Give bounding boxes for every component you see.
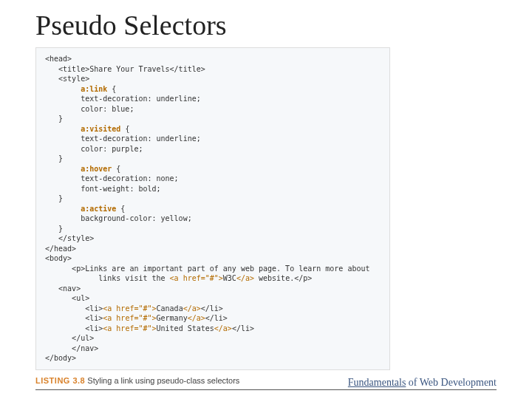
code-line: </nav> xyxy=(45,344,98,352)
code-frag: <li> xyxy=(45,324,103,332)
code-frag: { xyxy=(107,85,116,93)
code-line: </style> xyxy=(45,234,94,242)
code-frag: United States xyxy=(157,324,214,332)
code-frag: </li> xyxy=(232,324,254,332)
slide: Pseudo Selectors <head> <title>Share You… xyxy=(0,0,532,399)
code-line: font-weight: bold; xyxy=(45,185,161,193)
code-anchor: <a href="#"> xyxy=(170,274,223,282)
code-line: </head> xyxy=(45,245,76,253)
code-line: } xyxy=(45,154,63,163)
code-frag: Canada xyxy=(157,304,183,313)
code-line: } xyxy=(45,115,63,123)
footer-rest: of Web Development xyxy=(406,377,497,388)
code-anchor-end: </a> xyxy=(236,274,254,282)
code-frag: links visit the xyxy=(45,274,170,282)
footer-text: Fundamentals of Web Development xyxy=(348,377,497,389)
code-frag: { xyxy=(116,205,125,213)
code-line: text-decoration: underline; xyxy=(45,134,201,143)
code-anchor-end: </a> xyxy=(214,324,232,332)
code-selector: a:link xyxy=(81,85,107,93)
code-listing: <head> <title>Share Your Travels</title>… xyxy=(35,47,390,370)
code-frag: <li> xyxy=(45,304,103,313)
code-anchor: <a href="#"> xyxy=(103,324,156,332)
code-frag: </li> xyxy=(205,314,228,322)
code-line: <ul> xyxy=(45,294,89,302)
code-anchor-end: </a> xyxy=(188,314,205,322)
code-anchor-end: </a> xyxy=(183,304,201,313)
code-line: <body> xyxy=(45,254,72,262)
code-selector: a:visited xyxy=(81,125,120,133)
code-frag: { xyxy=(120,125,129,133)
code-line: <nav> xyxy=(45,284,81,293)
code-line: text-decoration: underline; xyxy=(45,95,201,103)
code-line: } xyxy=(45,194,63,202)
code-line: color: purple; xyxy=(45,145,143,153)
code-frag: { xyxy=(112,165,120,173)
code-frag: W3C xyxy=(223,274,236,282)
code-frag: </li> xyxy=(201,304,223,313)
code-selector: a:hover xyxy=(81,165,112,173)
slide-title: Pseudo Selectors xyxy=(35,9,497,41)
code-line: background-color: yellow; xyxy=(45,214,192,222)
code-line: <head> xyxy=(45,55,72,63)
code-block: <head> <title>Share Your Travels</title>… xyxy=(45,54,381,364)
code-line: color: blue; xyxy=(45,105,134,113)
code-frag: website.</p> xyxy=(254,274,312,282)
caption-text: Styling a link using pseudo-class select… xyxy=(85,376,239,385)
code-line: <style> xyxy=(45,75,89,83)
code-frag: Germany xyxy=(157,314,188,322)
caption-label: LISTING 3.8 xyxy=(35,376,85,385)
code-line: text-decoration: none; xyxy=(45,174,179,183)
footer-word-underlined: Fundamentals xyxy=(348,377,406,388)
code-line: } xyxy=(45,225,63,233)
code-selector: a:active xyxy=(81,205,116,213)
code-line: <title>Share Your Travels</title> xyxy=(45,65,205,73)
code-line: <p>Links are an important part of any we… xyxy=(45,265,370,273)
code-line: </ul> xyxy=(45,334,94,342)
code-frag: <li> xyxy=(45,314,103,322)
code-anchor: <a href="#"> xyxy=(103,304,156,313)
code-line: </body> xyxy=(45,354,76,362)
code-anchor: <a href="#"> xyxy=(103,314,156,322)
